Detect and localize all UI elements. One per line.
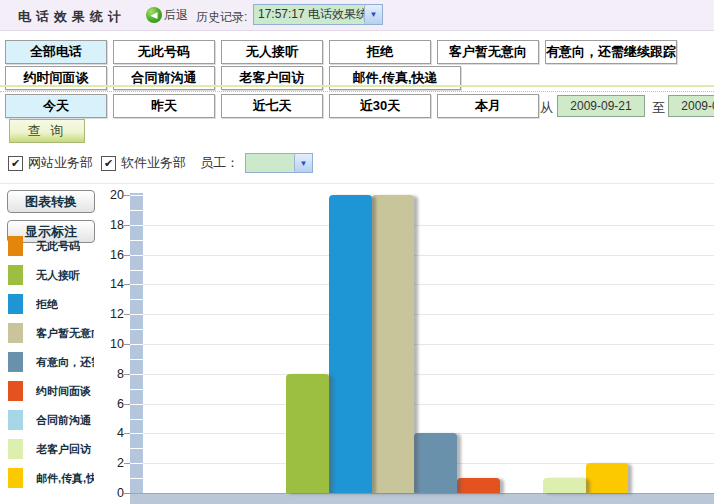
date-range-button[interactable]: 近七天: [221, 94, 323, 118]
checkbox[interactable]: ✔: [8, 156, 23, 171]
back-button-label: 后退: [164, 7, 188, 24]
legend-label: 拒绝: [36, 297, 58, 312]
call-result-filter-button[interactable]: 客户暂无意向: [437, 40, 539, 64]
legend-swatch: [8, 468, 23, 488]
chart-bar: [586, 463, 629, 493]
call-result-filter-button[interactable]: 全部电话: [5, 40, 107, 64]
y-axis-label: 12: [100, 306, 124, 322]
legend-swatch: [8, 236, 23, 256]
y-axis-label: 14: [100, 276, 124, 292]
date-range-button-row: 今天昨天近七天近30天本月: [5, 94, 539, 118]
department-label: 网站业务部: [28, 154, 93, 172]
y-axis-label: 0: [100, 485, 124, 501]
checkbox[interactable]: ✔: [101, 156, 116, 171]
y-axis-label: 10: [100, 336, 124, 352]
y-axis-label: 2: [100, 455, 124, 471]
department-filter-item: ✔网站业务部: [8, 154, 93, 172]
chevron-down-icon[interactable]: ▼: [364, 5, 382, 24]
y-axis-label: 20: [100, 187, 124, 203]
chart-bar: [372, 195, 415, 493]
legend-label: 老客户回访: [36, 442, 91, 457]
legend-label: 客户暂无意向: [36, 326, 94, 341]
chart-x-axis-floor: [130, 493, 714, 504]
legend-swatch: [8, 352, 23, 372]
y-axis-label: 4: [100, 425, 124, 441]
chart-bar: [457, 478, 500, 493]
call-result-filter-row-1: 全部电话无此号码无人接听拒绝客户暂无意向有意向，还需继续跟踪: [5, 40, 677, 64]
history-select-value: 17:57:17 电话效果统计: [254, 5, 364, 24]
history-select[interactable]: 17:57:17 电话效果统计 ▼: [253, 4, 383, 25]
legend-item: 有意向，还需继续跟踪: [8, 352, 104, 372]
query-button[interactable]: 查 询: [9, 119, 85, 143]
legend-item: 老客户回访: [8, 439, 104, 459]
legend-label: 邮件,传真,快递: [36, 471, 94, 486]
legend-swatch: [8, 439, 23, 459]
back-button[interactable]: ◀ 后退: [146, 6, 188, 24]
legend-swatch: [8, 265, 23, 285]
to-date-input[interactable]: [668, 95, 714, 117]
gridline: [143, 255, 714, 256]
employee-select-value: [246, 154, 294, 172]
y-axis-label: 8: [100, 366, 124, 382]
chart-section-divider: [0, 183, 714, 184]
legend-label: 有意向，还需继续跟踪: [36, 355, 94, 370]
gridline: [143, 314, 714, 315]
date-range-button[interactable]: 昨天: [113, 94, 215, 118]
call-result-filter-button[interactable]: 拒绝: [329, 40, 431, 64]
legend-swatch: [8, 381, 23, 401]
legend-item: 拒绝: [8, 294, 104, 314]
legend-item: 合同前沟通: [8, 410, 104, 430]
chart-bar: [329, 195, 372, 493]
legend-item: 邮件,传真,快递: [8, 468, 104, 488]
chart-bar: [286, 374, 329, 493]
date-range-button[interactable]: 近30天: [329, 94, 431, 118]
gridline: [143, 284, 714, 285]
gridline: [143, 374, 714, 375]
chart-legend: 无此号码无人接听拒绝客户暂无意向有意向，还需继续跟踪约时间面谈合同前沟通老客户回…: [8, 236, 104, 497]
date-range-button[interactable]: 今天: [5, 94, 107, 118]
legend-swatch: [8, 323, 23, 343]
employee-select[interactable]: ▼: [245, 153, 313, 173]
from-date-input[interactable]: [557, 95, 645, 117]
legend-label: 无此号码: [36, 239, 80, 254]
from-label: 从: [540, 99, 553, 117]
staff-label: 员工：: [200, 154, 239, 172]
chart-y-axis-wall: [130, 193, 143, 493]
legend-label: 无人接听: [36, 268, 80, 283]
chevron-down-icon[interactable]: ▼: [294, 154, 312, 172]
legend-item: 约时间面谈: [8, 381, 104, 401]
legend-item: 无此号码: [8, 236, 104, 256]
call-result-filter-button[interactable]: 无人接听: [221, 40, 323, 64]
y-axis-label: 18: [100, 217, 124, 233]
chart-bar: [414, 433, 457, 493]
to-label: 至: [652, 99, 665, 117]
legend-item: 客户暂无意向: [8, 323, 104, 343]
department-label: 软件业务部: [121, 154, 186, 172]
date-panel-dotted-border: [0, 91, 714, 92]
y-axis-label: 16: [100, 247, 124, 263]
call-result-filter-button[interactable]: 无此号码: [113, 40, 215, 64]
bar-chart: 02468101214161820: [100, 185, 714, 504]
y-axis-label: 6: [100, 396, 124, 412]
legend-swatch: [8, 294, 23, 314]
gridline: [143, 225, 714, 226]
legend-item: 无人接听: [8, 265, 104, 285]
gridline: [143, 404, 714, 405]
department-filter-row: ✔网站业务部✔软件业务部 员工： ▼: [8, 153, 313, 173]
legend-label: 约时间面谈: [36, 384, 91, 399]
history-label: 历史记录:: [196, 9, 247, 26]
legend-swatch: [8, 410, 23, 430]
chart-bar: [543, 478, 586, 493]
department-filter-item: ✔软件业务部: [101, 154, 186, 172]
date-range-button[interactable]: 本月: [437, 94, 539, 118]
title-bar: 电话效果统计 ◀ 后退 历史记录: 17:57:17 电话效果统计 ▼: [0, 0, 714, 31]
chart-toggle-button[interactable]: 图表转换: [7, 190, 95, 213]
call-result-filter-button[interactable]: 有意向，还需继续跟踪: [545, 40, 677, 64]
date-panel-top-border: [0, 85, 714, 87]
page-title: 电话效果统计: [18, 8, 126, 26]
back-icon: ◀: [146, 7, 162, 23]
legend-label: 合同前沟通: [36, 413, 91, 428]
gridline: [143, 344, 714, 345]
